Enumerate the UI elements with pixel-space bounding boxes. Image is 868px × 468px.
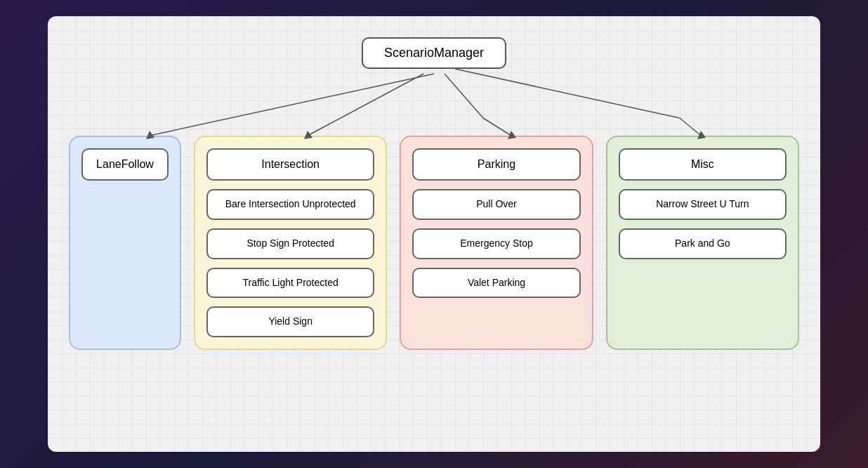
misc-header: Misc <box>619 148 787 181</box>
yield-sign-node: Yield Sign <box>206 306 374 337</box>
stop-sign-node: Stop Sign Protected <box>206 228 374 259</box>
valet-parking-node: Valet Parking <box>412 268 580 299</box>
narrow-street-node: Narrow Street U Turn <box>619 189 787 220</box>
emergency-stop-node: Emergency Stop <box>412 228 580 259</box>
column-misc: Misc Narrow Street U Turn Park and Go <box>606 136 799 350</box>
column-parking: Parking Pull Over Emergency Stop Valet P… <box>400 136 593 350</box>
parking-header: Parking <box>412 148 580 181</box>
svg-line-7 <box>455 69 680 118</box>
svg-line-8 <box>680 118 701 136</box>
pull-over-node: Pull Over <box>412 189 580 220</box>
columns-row: LaneFollow Intersection Bare Intersectio… <box>69 136 799 350</box>
lane-follow-header: LaneFollow <box>81 148 169 181</box>
svg-line-5 <box>483 118 511 136</box>
column-intersection: Intersection Bare Intersection Unprotect… <box>194 136 387 350</box>
svg-line-4 <box>445 74 483 118</box>
root-node: ScenarioManager <box>362 37 506 69</box>
park-and-go-node: Park and Go <box>619 228 787 259</box>
column-lane-follow: LaneFollow <box>69 136 181 350</box>
bare-intersection-node: Bare Intersection Unprotected <box>206 189 374 220</box>
intersection-header: Intersection <box>206 148 374 181</box>
svg-line-2 <box>308 74 423 136</box>
diagram-container: ScenarioManager LaneFollow Intersection … <box>48 16 820 452</box>
traffic-light-node: Traffic Light Protected <box>206 268 374 299</box>
svg-line-0 <box>150 74 434 136</box>
